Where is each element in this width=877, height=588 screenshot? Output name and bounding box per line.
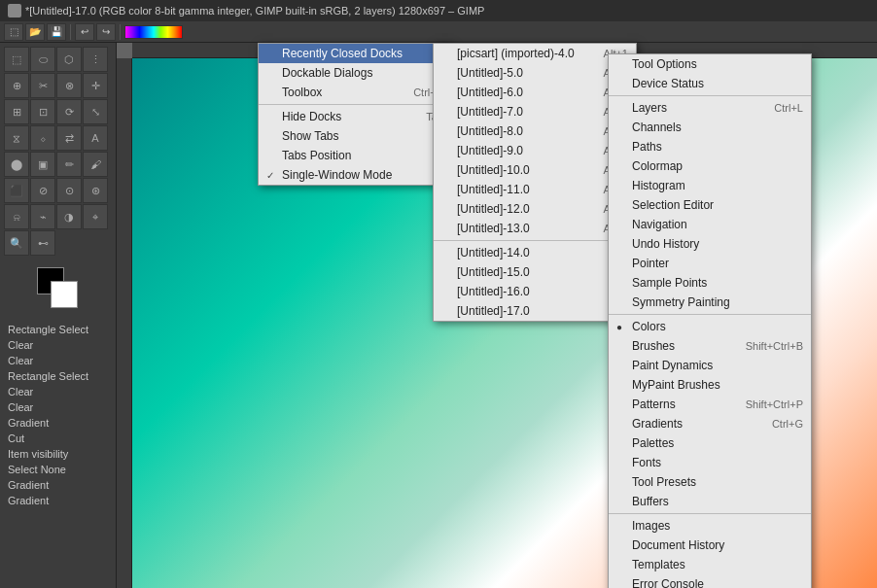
tool-clone[interactable]: ⍾ [4,204,29,229]
closed-doc-11[interactable]: [Untitled]-11.0 Alt+8 [434,180,636,199]
dialog-images[interactable]: Images [609,516,811,536]
menu-dockable-dialogs[interactable]: Dockable Dialogs [259,63,451,83]
closed-doc-14[interactable]: [Untitled]-14.0 [434,243,636,262]
menu-tabs-position[interactable]: Tabs Position [259,146,451,165]
tool-select-color[interactable]: ⊕ [4,73,29,98]
tool-smudge[interactable]: ⌁ [30,204,55,229]
label-selection-editor: Selection Editor [632,198,803,212]
tool-flip[interactable]: ⇄ [56,125,82,151]
toolbar-undo[interactable]: ↩ [75,23,94,41]
tool-scissors[interactable]: ✂ [30,73,55,98]
label-templates: Templates [632,558,803,571]
label-picsart: [picsart] (imported)-4.0 [457,47,588,60]
closed-doc-12[interactable]: [Untitled]-12.0 Alt+9 [434,199,636,219]
dialog-fonts[interactable]: Fonts [609,453,811,472]
closed-doc-16[interactable]: [Untitled]-16.0 [434,282,636,301]
dialog-tool-options[interactable]: Tool Options [609,54,811,74]
tool-zoom[interactable]: 🔍 [4,230,29,256]
closed-doc-10[interactable]: [Untitled]-10.0 Alt+7 [434,160,636,180]
dialog-paint-dynamics[interactable]: Paint Dynamics [609,356,811,375]
label-navigation: Navigation [632,218,803,231]
dialog-layers[interactable]: Layers Ctrl+L [609,98,811,118]
dialog-patterns[interactable]: Patterns Shift+Ctrl+P [609,395,811,414]
tool-paintbrush[interactable]: 🖌 [83,152,108,177]
label-images: Images [632,519,803,533]
tool-bucket[interactable]: ⬤ [4,152,29,177]
dialog-mypaint[interactable]: MyPaint Brushes [609,375,811,395]
tool-dodge[interactable]: ◑ [56,204,82,229]
menu-single-window[interactable]: ✓ Single-Window Mode [259,165,451,185]
dialog-device-status[interactable]: Device Status [609,74,811,93]
dialog-palettes[interactable]: Palettes [609,433,811,453]
tool-free-select[interactable]: ⬡ [56,47,82,72]
closed-doc-15[interactable]: [Untitled]-15.0 [434,262,636,282]
dialog-navigation[interactable]: Navigation [609,215,811,234]
dialog-sample-points[interactable]: Sample Points [609,273,811,293]
closed-doc-5[interactable]: [Untitled]-5.0 Alt+2 [434,63,636,83]
tool-airbrush[interactable]: ⊘ [30,178,55,203]
dialog-buffers[interactable]: Buffers [609,492,811,511]
toolbar-new[interactable]: ⬚ [4,23,23,41]
closed-doc-13[interactable]: [Untitled]-13.0 Alt+0 [434,219,636,238]
dialog-paths[interactable]: Paths [609,137,811,156]
sep-dockable-3 [609,513,811,514]
label-paths: Paths [632,140,803,154]
tool-move[interactable]: ✛ [83,73,108,98]
label-document-history: Document History [632,538,803,552]
closed-doc-7[interactable]: [Untitled]-7.0 Alt+4 [434,102,636,121]
closed-doc-6[interactable]: [Untitled]-6.0 Alt+3 [434,83,636,102]
tool-eraser[interactable]: ⬛ [4,178,29,203]
background-color[interactable] [51,281,78,308]
tool-colorpick[interactable]: ⌖ [83,204,108,229]
dialog-channels[interactable]: Channels [609,118,811,137]
toolbar-gradient [124,25,183,39]
closed-doc-9[interactable]: [Untitled]-9.0 Alt+6 [434,141,636,160]
tool-align[interactable]: ⊞ [4,99,29,124]
dialog-tool-presets[interactable]: Tool Presets [609,472,811,492]
tool-heal[interactable]: ⊛ [83,178,108,203]
dialog-selection-editor[interactable]: Selection Editor [609,195,811,215]
menu-recently-closed[interactable]: Recently Closed Docks [259,44,451,63]
tool-pencil[interactable]: ✏ [56,152,82,177]
dialog-templates[interactable]: Templates [609,555,811,574]
dialog-symmetry[interactable]: Symmetry Painting [609,293,811,312]
tool-measure[interactable]: ⊷ [30,230,55,256]
toolbar-redo[interactable]: ↪ [96,23,116,41]
tool-foreground[interactable]: ⊗ [56,73,82,98]
toolbar-sep1 [70,24,71,40]
menu-show-tabs[interactable]: Show Tabs [259,126,451,146]
dialog-document-history[interactable]: Document History [609,536,811,555]
tool-label-select-none: Select None [4,462,112,477]
tool-label-clear2: Clear [4,353,112,368]
tool-perspective[interactable]: ⬦ [30,125,55,151]
tool-scale[interactable]: ⤡ [83,99,108,124]
tool-shear[interactable]: ⧖ [4,125,29,151]
tool-rect-select[interactable]: ⬚ [4,47,29,72]
tool-rotate[interactable]: ⟳ [56,99,82,124]
closed-doc-picsart[interactable]: [picsart] (imported)-4.0 Alt+1 [434,44,636,63]
menu-hide-docks[interactable]: Hide Docks Tab [259,107,451,126]
dialog-histogram[interactable]: Histogram [609,176,811,195]
dialog-colormap[interactable]: Colormap [609,156,811,176]
closed-doc-17[interactable]: [Untitled]-17.0 [434,301,636,321]
tool-crop[interactable]: ⊡ [30,99,55,124]
dialog-colors[interactable]: ● Colors [609,317,811,336]
dialog-undo-history[interactable]: Undo History [609,234,811,254]
closed-doc-8[interactable]: [Untitled]-8.0 Alt+5 [434,121,636,141]
tool-gradient[interactable]: ▣ [30,152,55,177]
toolbar-open[interactable]: 📂 [25,23,45,41]
tool-label-clear1: Clear [4,337,112,353]
check-single-window: ✓ [266,170,282,181]
tool-ellipse[interactable]: ⬭ [30,47,55,72]
dialog-pointer[interactable]: Pointer [609,254,811,273]
dialog-error-console[interactable]: Error Console [609,574,811,588]
tool-text[interactable]: A [83,125,108,151]
dialog-brushes[interactable]: Brushes Shift+Ctrl+B [609,336,811,356]
toolbar-save[interactable]: 💾 [47,23,66,41]
label-error-console: Error Console [632,577,803,588]
tool-label-gradient: Gradient [4,415,112,431]
tool-fuzzy[interactable]: ⋮ [83,47,108,72]
menu-toolbox[interactable]: Toolbox Ctrl+B [259,83,451,102]
tool-ink[interactable]: ⊙ [56,178,82,203]
dialog-gradients[interactable]: Gradients Ctrl+G [609,414,811,433]
